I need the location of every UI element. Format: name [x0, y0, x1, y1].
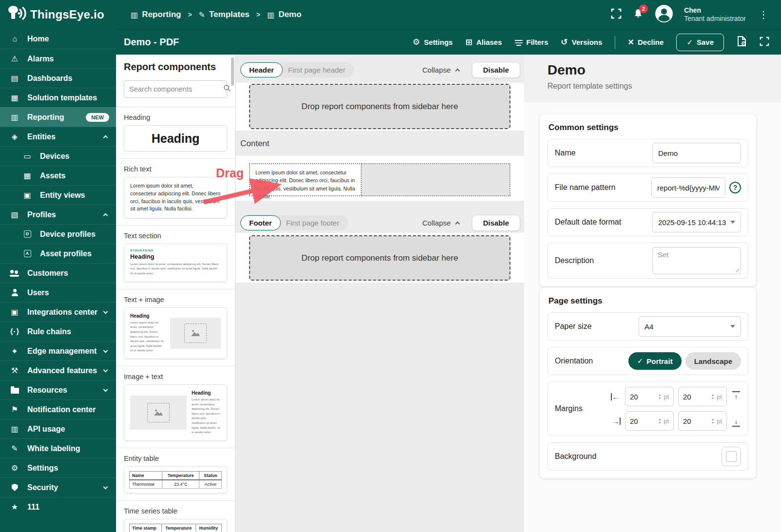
sidebar-item-home[interactable]: ⌂Home [0, 29, 116, 49]
margin-top-left-input[interactable]: 20 ▴▾ pt [625, 387, 674, 406]
sidebar-item-integrations-center[interactable]: ▣Integrations center [0, 302, 116, 322]
margin-top-right-input[interactable]: 20 ▴▾ pt [678, 387, 727, 406]
divider [116, 289, 235, 289]
sidebar-item-profiles[interactable]: ▧Profiles [0, 205, 116, 224]
sidebar-item-reporting[interactable]: ▥ReportingNEW [0, 107, 116, 127]
assets-icon: ▦ [21, 171, 33, 180]
default-date-format-select[interactable]: 2025-09-15 10:44:13 [652, 212, 741, 232]
sidebar-item-solution-templates[interactable]: ▦Solution templates [0, 88, 116, 107]
stepper-icon[interactable]: ▴▾ [659, 393, 661, 400]
generate-report-icon[interactable] [737, 36, 747, 49]
footer-collapse-button[interactable]: Collapse [422, 219, 459, 227]
common-settings-card: Common settings Name File name pattern ?… [540, 114, 756, 286]
header-collapse-button[interactable]: Collapse [422, 66, 459, 74]
component-rich-text[interactable]: Lorem ipsum dolor sit amet, consectetur … [124, 177, 227, 218]
sidebar-item-111[interactable]: ★111 [0, 497, 116, 516]
chevron-down-icon [103, 484, 108, 489]
sidebar-item-devices[interactable]: ▭Devices [0, 146, 116, 166]
settings-button[interactable]: ⚙ Settings [412, 37, 452, 47]
filter-icon [515, 39, 523, 45]
sidebar-item-resources[interactable]: Resources [0, 380, 116, 399]
divider [116, 158, 235, 159]
gear-icon: ⚙ [412, 37, 420, 47]
filters-button[interactable]: Filters [515, 38, 548, 46]
landscape-toggle[interactable]: Landscape [685, 352, 741, 370]
component-text-image[interactable]: Heading Lorem ipsum dolor sit amet, cons… [124, 307, 227, 359]
sidebar-item-alarms[interactable]: ⚠Alarms [0, 49, 116, 68]
help-icon[interactable]: ? [729, 182, 741, 193]
sidebar-item-settings[interactable]: ⚙Settings [0, 458, 116, 477]
sidebar-item-security[interactable]: Security [0, 477, 116, 497]
sidebar-item-customers[interactable]: Customers [0, 263, 116, 283]
common-settings-title: Common settings [548, 123, 748, 133]
template-title: Demo - PDF [116, 37, 179, 48]
notifications-bell-icon[interactable]: 2 [632, 8, 644, 21]
breadcrumb-reporting[interactable]: ▥ Reporting [131, 10, 181, 19]
avatar[interactable] [655, 4, 673, 25]
sidebar-item-entity-views[interactable]: ▣Entity views [0, 185, 116, 205]
sidebar-item-assets[interactable]: ▦Assets [0, 166, 116, 185]
margin-bottom-right-input[interactable]: 20 ▴▾ pt [678, 411, 727, 431]
header-disable-button[interactable]: Disable [472, 62, 520, 78]
image-icon [190, 329, 201, 338]
footer-chip[interactable]: Footer [240, 215, 281, 230]
sidebar-item-dashboards[interactable]: ▤Dashboards [0, 68, 116, 88]
decline-button[interactable]: × Decline [628, 37, 664, 48]
search-input[interactable] [129, 85, 220, 93]
app-logo[interactable]: ThingsEye.io [0, 5, 116, 24]
background-color-swatch[interactable] [722, 447, 741, 466]
image-placeholder [130, 396, 187, 430]
sidebar-item-white-labeling[interactable]: ✎White labeling [0, 438, 116, 458]
stepper-icon[interactable]: ▴▾ [712, 393, 714, 400]
close-icon: × [628, 37, 634, 48]
portrait-toggle[interactable]: ✓ Portrait [628, 352, 682, 370]
breadcrumb-templates[interactable]: ✎ Templates [199, 10, 250, 19]
sidebar-item-device-profiles[interactable]: DDevice profiles [0, 224, 116, 244]
sidebar-item-advanced-features[interactable]: ⚒Advanced features [0, 361, 116, 380]
dragged-rich-text-component[interactable]: Lorem ipsum dolor sit amet, consectetur … [249, 163, 362, 196]
component-entity-table[interactable]: Name Temperature Status Thermostat 23.4°… [124, 466, 227, 494]
sidebar-item-entities[interactable]: ◈Entities [0, 127, 116, 146]
sidebar-item-edge-management[interactable]: ⌖Edge management [0, 341, 116, 361]
header-chip[interactable]: Header [240, 62, 283, 77]
user-info[interactable]: Chen Tenant administrator [684, 6, 746, 23]
grid-icon: ▦ [9, 93, 20, 102]
sidebar-item-api-usage[interactable]: ▥API usage [0, 419, 116, 438]
footer-dropzone[interactable]: Drop report components from sidebar here [249, 235, 510, 281]
description-textarea[interactable] [652, 247, 741, 274]
header-dropzone[interactable]: Drop report components from sidebar here [249, 84, 510, 129]
footer-disable-button[interactable]: Disable [472, 215, 520, 231]
component-heading[interactable]: Heading [124, 125, 227, 152]
edge-icon: ⌖ [9, 347, 20, 356]
reporting-icon: ▥ [131, 10, 138, 19]
sidebar-item-asset-profiles[interactable]: AAsset profiles [0, 244, 116, 263]
kebab-menu-icon[interactable]: ⋮ [757, 9, 770, 20]
name-input[interactable] [652, 143, 741, 163]
component-time-series-table[interactable]: Time stamp Temperature Humidity Jun 17 2… [124, 519, 227, 532]
chevron-up-icon [103, 213, 108, 218]
breadcrumb-demo[interactable]: ▥ Demo [267, 10, 301, 19]
scrollbar-thumb[interactable] [231, 57, 234, 86]
stepper-icon[interactable]: ▴▾ [659, 418, 661, 424]
sidebar-item-rule-chains[interactable]: ⟨·⟩Rule chains [0, 322, 116, 341]
margin-bottom-left-input[interactable]: 20 ▴▾ pt [625, 411, 674, 431]
fullscreen-editor-icon[interactable] [760, 37, 769, 48]
save-button[interactable]: ✓ Save [676, 34, 724, 51]
component-image-text[interactable]: Heading Lorem ipsum dolor sit amet, cons… [124, 384, 227, 441]
stepper-icon[interactable]: ▴▾ [712, 418, 714, 424]
aliases-icon: ⊞ [466, 37, 472, 47]
fullscreen-icon[interactable] [611, 8, 622, 21]
sidebar-item-notification-center[interactable]: ⚑Notification center [0, 399, 116, 419]
file-name-pattern-input[interactable] [651, 177, 725, 198]
users-icon [9, 289, 20, 296]
component-group-label-entity-table: Entity table [124, 455, 227, 462]
image-placeholder [170, 318, 221, 349]
component-text-section[interactable]: SUBHEADING Heading Lorem ipsum dolor sit… [124, 244, 227, 282]
search-components-box[interactable] [124, 80, 227, 98]
sidebar-item-users[interactable]: Users [0, 283, 116, 302]
first-page-footer-chip[interactable]: First page footer [281, 219, 348, 227]
versions-button[interactable]: ↺ Versions [561, 37, 603, 47]
paper-size-select[interactable]: A4 [639, 316, 741, 337]
first-page-header-chip[interactable]: First page header [283, 66, 354, 74]
aliases-button[interactable]: ⊞ Aliases [466, 37, 502, 47]
